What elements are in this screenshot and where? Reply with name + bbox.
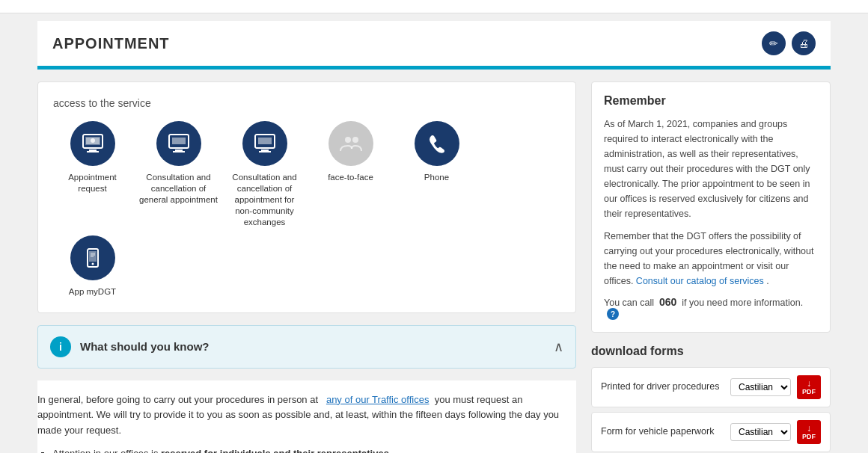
app-mydgt-icon bbox=[70, 235, 115, 280]
face-to-face-label: face-to-face bbox=[328, 172, 373, 183]
pdf-download-vehicle-paperwork[interactable]: ↓ PDF bbox=[797, 420, 821, 444]
print-button[interactable]: 🖨 bbox=[792, 31, 816, 55]
consultation-general-label: Consultation and cancellation of general… bbox=[139, 172, 218, 206]
help-icon[interactable]: ? bbox=[607, 308, 619, 320]
bullet-list: Attention in our offices is reserved for… bbox=[52, 446, 576, 453]
intro-paragraph: In general, before going to carry out yo… bbox=[37, 392, 576, 439]
left-panel: access to the service bbox=[37, 81, 576, 453]
traffic-offices-link[interactable]: any of our Traffic offices bbox=[326, 394, 430, 405]
consultation-noncommunity-icon bbox=[242, 121, 287, 166]
app-mydgt-label: App myDGT bbox=[69, 286, 116, 298]
svg-point-18 bbox=[91, 262, 94, 265]
access-section: access to the service bbox=[37, 81, 576, 313]
phone-suffix: if you need more information. bbox=[682, 298, 803, 308]
accordion-title: What should you know? bbox=[80, 340, 210, 353]
page-title: APPOINTMENT bbox=[52, 35, 170, 52]
svg-rect-13 bbox=[259, 151, 271, 152]
download-arrow-icon: ↓ bbox=[807, 379, 811, 388]
access-icons-container: Appointment request Consultati bbox=[53, 121, 560, 298]
access-item-face-to-face[interactable]: face-to-face bbox=[311, 121, 390, 183]
access-item-appointment[interactable]: Appointment request bbox=[53, 121, 132, 194]
appointment-icon bbox=[70, 121, 115, 166]
remember-box: Remember As of March 1, 2021, companies … bbox=[591, 81, 831, 333]
phone-icon bbox=[415, 121, 459, 166]
download-item-vehicle-paperwork: Form for vehicle paperwork Castilian Cat… bbox=[591, 412, 831, 452]
info-icon: i bbox=[50, 336, 71, 357]
phone-number: 060 bbox=[659, 296, 676, 308]
bullet-item-1: Attention in our offices is reserved for… bbox=[52, 446, 576, 453]
consultation-general-icon bbox=[156, 121, 201, 166]
catalog-link[interactable]: Consult our catalog of services bbox=[636, 276, 764, 286]
download-select-printed-driver[interactable]: Castilian Catalan Basque Galician bbox=[730, 378, 791, 396]
appointment-label: Appointment request bbox=[53, 172, 132, 194]
svg-rect-7 bbox=[172, 138, 186, 144]
blue-divider bbox=[37, 66, 831, 70]
svg-rect-8 bbox=[175, 150, 183, 151]
download-section: download forms Printed for driver proced… bbox=[591, 345, 831, 453]
download-title: download forms bbox=[591, 345, 831, 358]
svg-rect-9 bbox=[173, 151, 185, 152]
remember-paragraph2: Remember that the DGT offers the possibi… bbox=[604, 229, 818, 289]
print-icon: 🖨 bbox=[798, 37, 809, 49]
download-item-printed-driver: Printed for driver procedures Castilian … bbox=[591, 367, 831, 407]
phone-label: Phone bbox=[424, 172, 449, 183]
right-panel: Remember As of March 1, 2021, companies … bbox=[591, 81, 831, 453]
consultation-noncommunity-label: Consultation and cancellation of appoint… bbox=[225, 172, 304, 228]
access-item-app-mydgt[interactable]: App myDGT bbox=[53, 235, 132, 298]
access-item-consultation-noncommunity[interactable]: Consultation and cancellation of appoint… bbox=[225, 121, 304, 228]
access-item-phone[interactable]: Phone bbox=[397, 121, 476, 183]
download-arrow-icon-2: ↓ bbox=[807, 424, 811, 433]
svg-rect-2 bbox=[89, 150, 97, 151]
svg-rect-12 bbox=[261, 150, 269, 151]
accordion-header[interactable]: i What should you know? ∧ bbox=[38, 326, 575, 368]
face-to-face-icon bbox=[328, 121, 373, 166]
svg-point-5 bbox=[91, 138, 95, 143]
download-label-printed-driver: Printed for driver procedures bbox=[601, 380, 724, 394]
edit-button[interactable]: ✏ bbox=[762, 31, 786, 55]
phone-line: You can call 060 if you need more inform… bbox=[604, 296, 818, 320]
page-header: APPOINTMENT ✏ 🖨 bbox=[37, 21, 831, 66]
remember-title: Remember bbox=[604, 94, 818, 108]
remember-paragraph1: As of March 1, 2021, companies and group… bbox=[604, 117, 818, 221]
download-label-vehicle-paperwork: Form for vehicle paperwork bbox=[601, 425, 724, 439]
access-title: access to the service bbox=[53, 97, 560, 109]
access-item-consultation-general[interactable]: Consultation and cancellation of general… bbox=[139, 121, 218, 206]
header-actions: ✏ 🖨 bbox=[762, 31, 816, 55]
pdf-download-printed-driver[interactable]: ↓ PDF bbox=[797, 375, 821, 399]
svg-rect-11 bbox=[258, 138, 272, 144]
svg-rect-3 bbox=[87, 151, 99, 152]
svg-point-15 bbox=[352, 137, 358, 143]
svg-point-14 bbox=[345, 137, 351, 143]
chevron-up-icon: ∧ bbox=[554, 339, 563, 355]
download-select-vehicle-paperwork[interactable]: Castilian Catalan Basque Galician bbox=[730, 423, 791, 441]
edit-icon: ✏ bbox=[769, 37, 778, 49]
what-to-know-accordion: i What should you know? ∧ bbox=[37, 325, 576, 369]
main-content: In general, before going to carry out yo… bbox=[37, 380, 576, 453]
